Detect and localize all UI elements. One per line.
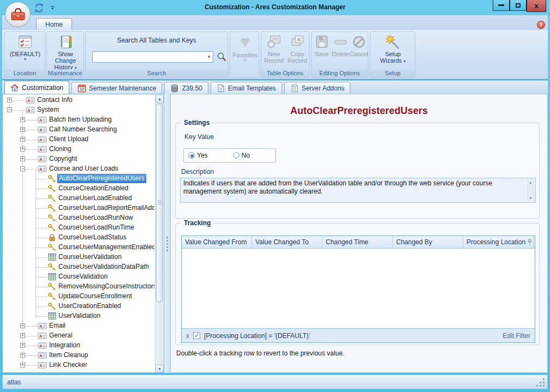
tree-item-client-upload[interactable]: +AClient Upload [3,135,154,144]
help-button[interactable]: ? [537,21,545,29]
tree-item-coursevalidation[interactable]: CourseValidation [3,272,154,282]
expand-icon[interactable]: + [20,343,25,348]
expand-icon[interactable]: + [20,353,25,358]
collapse-icon[interactable]: − [7,107,12,112]
tracking-grid-body[interactable] [182,249,535,328]
close-button[interactable]: x [527,0,546,12]
category-icon: A [38,135,47,143]
calendar-icon: 12 [77,84,86,93]
tree-item-contact-info[interactable]: +AContact Info [3,95,154,105]
cancel-button[interactable]: Cancel [349,33,368,57]
svg-text:A: A [39,137,43,142]
column-header-value-changed-from[interactable]: Value Changed From [182,236,252,248]
radio-option-yes[interactable]: Yes [188,152,208,159]
dropdown-arrow-icon: ▾ [24,57,26,61]
tab-email-templates[interactable]: Email Templates [211,82,282,94]
wizard-wand-icon [385,34,401,50]
radio-option-no[interactable]: No [233,152,250,159]
scroll-up-icon[interactable]: ▲ [527,179,535,186]
scroll-down-icon[interactable]: ▼ [156,365,164,373]
customize-toolbar-chevron-icon[interactable]: ▾ [49,4,56,13]
tree-item-courseuserloadenabled[interactable]: CourseUserLoadEnabled [3,194,154,203]
tree-item-integration[interactable]: +AIntegration [3,341,154,351]
scroll-up-icon[interactable]: ▲ [156,95,164,103]
tree-item-link-checker[interactable]: +ALink Checker [3,360,154,370]
expand-icon[interactable]: + [20,333,25,338]
tree-item-label: UserCreationEnabled [57,301,122,311]
pin-icon[interactable] [527,239,533,246]
show-change-history-button[interactable]: Show Change History ▾ [48,33,83,70]
tree-item-removemissingcourseinstructors[interactable]: RemoveMissingCourseInstructors [3,282,154,292]
column-header-changed-time[interactable]: Changed Time [322,236,393,248]
copy-record-button[interactable]: A Copy Record [286,33,309,64]
filter-checkbox[interactable]: ✓ [193,332,200,339]
tree-item-courseuservalidationdatapath[interactable]: CourseUserValidationDataPath [3,262,154,272]
tree-item-courseuserloadruntime[interactable]: CourseUserLoadRunTime [3,223,154,233]
scrollbar-thumb[interactable] [156,104,163,302]
tree-item-courseuserloadreportemailaddr[interactable]: CourseUserLoadReportEmailAddr... [3,203,154,213]
tree-item-email[interactable]: +AEmail [3,321,154,331]
expand-icon[interactable]: + [20,363,25,367]
group-caption-setup: Setup [370,69,415,77]
tab-semester-maintenance[interactable]: 12Semester Maintenance [71,82,162,94]
tree-item-courseuserloadrunnow[interactable]: CourseUserLoadRunNow [3,213,154,223]
tree-item-courseuservalidation[interactable]: CourseUserValidation [3,252,154,262]
resize-grip-icon[interactable] [543,385,545,387]
tree-item-courseuserloadstatus[interactable]: CourseUserLoadStatus [3,233,154,243]
delete-button[interactable]: Delete [331,33,350,57]
expand-icon[interactable]: + [20,323,25,328]
tab-server-addons[interactable]: Server Addons [284,82,351,94]
tree-item-updatecourseenrollment[interactable]: UpdateCourseEnrollment [3,292,154,301]
expand-icon[interactable]: + [20,147,25,152]
remove-filter-icon[interactable]: x [186,333,189,339]
tree-scrollbar[interactable]: ▲ ▼ [155,95,163,373]
tree-item-coursecreationenabled[interactable]: CourseCreationEnabled [3,184,154,194]
column-header-value-changed-to[interactable]: Value Changed To [252,236,322,248]
expand-icon[interactable]: + [20,137,25,142]
expand-icon[interactable]: + [20,127,25,132]
column-header-changed-by[interactable]: Changed By [393,236,463,248]
tree-item-autoclearpreregisteredusers[interactable]: AutoClearPreregisteredUsers [3,174,154,184]
panel-splitter[interactable] [164,94,170,373]
tree-item-system[interactable]: −ASystem [3,105,154,115]
new-record-button[interactable]: New Record [262,33,285,64]
description-scrollbar[interactable]: ▲ ▼ [527,179,535,202]
refresh-icon[interactable] [33,2,45,14]
tree-item-cloning[interactable]: +ACloning [3,144,154,154]
tree-item-item-cleanup[interactable]: +AItem Cleanup [3,351,154,360]
search-input[interactable] [93,52,205,62]
maximize-button[interactable] [510,0,527,11]
magnifier-icon[interactable] [217,52,227,62]
title-bar[interactable]: Customization - Ares Customization Manag… [0,0,550,15]
setup-wizards-button[interactable]: Setup Wizards ▾ [375,33,410,64]
application-window: Customization - Ares Customization Manag… [0,0,550,392]
tree-item-courseusermanagementenabled[interactable]: CourseUserManagementEnabled [3,243,154,252]
minimize-button[interactable] [493,0,510,11]
default-location-button[interactable]: (DEFAULT) ▾ [8,33,43,61]
save-button[interactable]: Save [313,33,331,57]
tree-item-call-number-searching[interactable]: +ACall Number Searching [3,125,154,135]
tree-item-usercreationenabled[interactable]: UserCreationEnabled [3,301,154,311]
collapse-icon[interactable]: − [20,166,25,171]
combo-dropdown-icon[interactable]: ▼ [205,52,213,62]
tree-item-general[interactable]: +AGeneral [3,331,154,341]
tree-item-batch-item-uploading[interactable]: +ABatch Item Uploading [3,115,154,125]
svg-text:A: A [39,167,43,172]
tab-z39-50[interactable]: Z39.50 [164,82,208,94]
app-menu-button[interactable] [5,2,31,27]
tab-home[interactable]: Home [36,18,72,30]
description-field[interactable]: Indicates if users that are added from t… [180,178,536,203]
expand-icon[interactable]: + [7,98,12,102]
cancel-label: Cancel [349,51,368,57]
scroll-down-icon[interactable]: ▼ [527,195,535,202]
edit-filter-link[interactable]: Edit Filter [503,332,530,340]
tree-item-course-and-user-loads[interactable]: −ACourse and User Loads [3,164,154,174]
tree-item-uservalidation[interactable]: UserValidation [3,311,154,321]
search-combobox[interactable]: ▼ [92,51,213,63]
column-header-processing-location[interactable]: Processing Location [463,236,534,248]
tab-customization[interactable]: Customization [4,81,69,94]
favorites-button[interactable]: ♥ Favorites ▾ [231,33,259,62]
expand-icon[interactable]: + [20,117,25,122]
expand-icon[interactable]: + [20,156,25,161]
tree-item-copyright[interactable]: +ACopyright [3,154,154,164]
